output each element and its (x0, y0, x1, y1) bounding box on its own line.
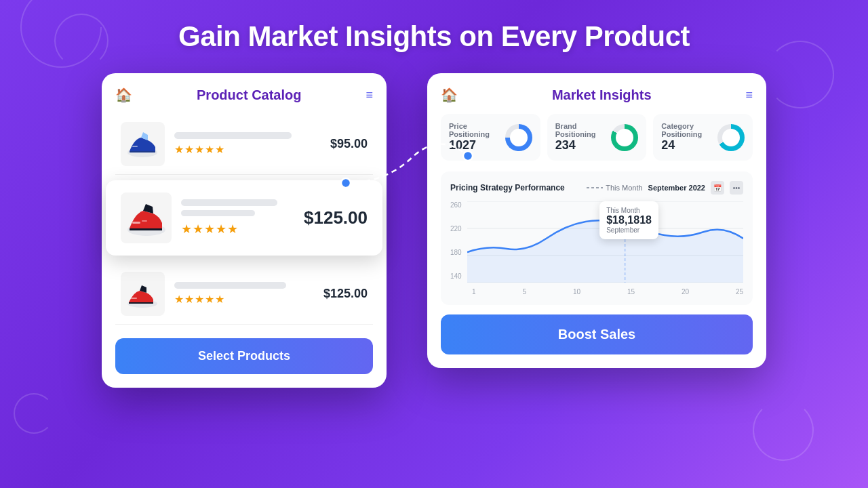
product-name-bar-2b (181, 210, 255, 216)
chart-more-btn[interactable]: ••• (730, 181, 743, 195)
y-label-140: 140 (450, 272, 462, 280)
x-label-1: 1 (472, 288, 476, 296)
chart-y-axis: 260 220 180 140 (450, 201, 465, 283)
insights-title: Market Insights (458, 87, 745, 103)
catalog-menu-icon[interactable]: ≡ (366, 88, 373, 102)
metric-label-price: Price Positioning (449, 122, 498, 138)
product-stars-1: ★★★★★ (174, 143, 321, 156)
price-donut-chart (505, 124, 532, 151)
product-item-1[interactable]: ★★★★★ $95.00 (115, 114, 373, 175)
metric-card-brand: Brand Positioning 234 (547, 114, 647, 161)
metric-value-category: 24 (661, 138, 711, 152)
page-title: Gain Market Insights on Every Product (0, 0, 868, 66)
product-name-bar-2a (181, 199, 277, 206)
metric-info-brand: Brand Positioning 234 (555, 122, 605, 152)
metric-label-category: Category Positioning (661, 122, 711, 138)
y-label-180: 180 (450, 249, 462, 256)
catalog-header: 🏠 Product Catalog ≡ (115, 87, 373, 103)
product-image-1 (121, 122, 165, 166)
category-donut-chart (717, 124, 745, 151)
metric-card-price: Price Positioning 1027 (441, 114, 540, 161)
product-price-3: $125.00 (323, 287, 368, 301)
product-image-2 (121, 192, 172, 243)
chart-period-label: This Month (606, 184, 642, 192)
metric-value-price: 1027 (449, 138, 498, 152)
x-label-5: 5 (522, 288, 526, 296)
product-info-1: ★★★★★ (174, 132, 321, 156)
insights-header: 🏠 Market Insights ≡ (441, 87, 753, 103)
chart-svg (467, 201, 743, 283)
y-label-220: 220 (450, 225, 462, 232)
chart-title: Pricing Strategy Performance (450, 183, 565, 192)
chart-period-legend: This Month (587, 184, 642, 192)
catalog-home-icon[interactable]: 🏠 (115, 87, 132, 103)
product-image-3 (121, 272, 165, 316)
chart-date: September 2022 (648, 184, 705, 192)
boost-sales-button[interactable]: Boost Sales (441, 314, 753, 354)
product-info-2: ★★★★★ (181, 199, 294, 237)
catalog-panel: 🏠 Product Catalog ≡ ★★★★★ $95.00 (102, 73, 387, 388)
metric-card-category: Category Positioning 24 (653, 114, 753, 161)
metric-info-price: Price Positioning 1027 (449, 122, 498, 152)
pricing-chart-container: Pricing Strategy Performance This Month … (441, 171, 753, 305)
insights-menu-icon[interactable]: ≡ (745, 88, 753, 102)
chart-calendar-btn[interactable]: 📅 (711, 181, 724, 195)
svg-rect-4 (142, 220, 147, 222)
panels-container: 🏠 Product Catalog ≡ ★★★★★ $95.00 (0, 73, 868, 388)
svg-rect-3 (132, 222, 140, 224)
brand-donut-chart (611, 124, 638, 151)
catalog-title: Product Catalog (132, 87, 366, 103)
product-item-2-highlighted[interactable]: ★★★★★ $125.00 (106, 180, 382, 256)
x-label-15: 15 (627, 288, 635, 296)
insights-home-icon[interactable]: 🏠 (441, 87, 458, 103)
svg-rect-1 (132, 146, 138, 147)
select-products-button[interactable]: Select Products (115, 338, 373, 374)
x-label-10: 10 (573, 288, 580, 296)
chart-x-axis: 1 5 10 15 20 25 (450, 288, 743, 296)
product-stars-3: ★★★★★ (174, 293, 314, 306)
metrics-row: Price Positioning 1027 Brand Positioning… (441, 114, 753, 161)
product-name-bar-1 (174, 132, 292, 139)
decorative-swirl-5 (753, 400, 814, 461)
x-label-25: 25 (736, 288, 743, 296)
product-info-3: ★★★★★ (174, 282, 314, 306)
chart-area: This Month $18,1818 September (467, 201, 743, 285)
metric-info-category: Category Positioning 24 (661, 122, 711, 152)
product-name-bar-3 (174, 282, 286, 289)
product-price-2: $125.00 (304, 207, 368, 228)
metric-label-brand: Brand Positioning (555, 122, 605, 138)
product-stars-2: ★★★★★ (181, 222, 294, 237)
chart-body: 260 220 180 140 (450, 201, 743, 285)
x-label-20: 20 (682, 288, 689, 296)
chart-controls: This Month September 2022 📅 ••• (587, 181, 743, 195)
chart-header: Pricing Strategy Performance This Month … (450, 181, 743, 195)
y-label-260: 260 (450, 201, 462, 209)
metric-value-brand: 234 (555, 138, 605, 152)
insights-panel: 🏠 Market Insights ≡ Price Positioning 10… (427, 73, 766, 368)
product-price-1: $95.00 (330, 137, 368, 151)
decorative-swirl-4 (14, 393, 54, 434)
svg-rect-6 (131, 298, 137, 299)
product-item-3[interactable]: ★★★★★ $125.00 (115, 264, 373, 325)
